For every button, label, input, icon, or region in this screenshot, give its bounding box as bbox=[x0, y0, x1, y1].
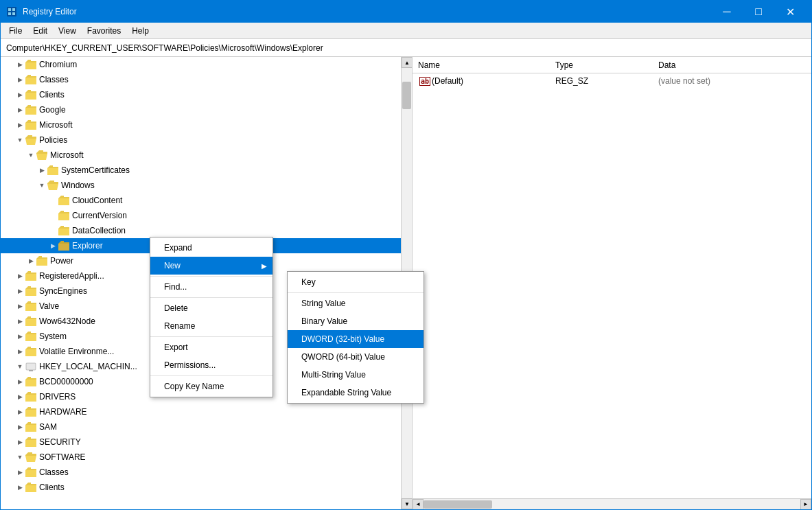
svg-marker-44 bbox=[25, 349, 36, 356]
tree-label-security: SECURITY bbox=[39, 437, 81, 447]
folder-icon bbox=[58, 226, 69, 235]
svg-marker-52 bbox=[25, 410, 36, 417]
context-menu: Expand New ▶ Find... Delete Rename Expor… bbox=[150, 237, 273, 397]
toggle-volatile-environments: ▶ bbox=[14, 346, 25, 357]
hscrollbar[interactable]: ◄ ► bbox=[413, 498, 811, 509]
submenu-item-binary-value[interactable]: Binary Value bbox=[288, 312, 424, 330]
tree-item-classes-hklm[interactable]: ▶ Classes bbox=[1, 465, 412, 480]
toggle-system: ▶ bbox=[14, 331, 25, 342]
svg-marker-28 bbox=[58, 229, 69, 235]
ctx-item-permissions[interactable]: Permissions... bbox=[150, 356, 272, 374]
toggle-systemcertificates: ▶ bbox=[36, 165, 47, 176]
window-title: Registry Editor bbox=[23, 7, 711, 16]
tree-label-power: Power bbox=[50, 256, 73, 266]
folder-icon bbox=[58, 211, 69, 220]
submenu-item-string-value[interactable]: String Value bbox=[288, 294, 424, 312]
menu-edit[interactable]: Edit bbox=[27, 23, 53, 38]
submenu-item-qword-value[interactable]: QWORD (64-bit) Value bbox=[288, 348, 424, 366]
toggle-policies: ▼ bbox=[14, 135, 25, 146]
toggle-valve: ▶ bbox=[14, 301, 25, 312]
menu-help[interactable]: Help bbox=[126, 23, 154, 38]
toggle-google: ▶ bbox=[14, 104, 25, 115]
ctx-separator-1 bbox=[150, 276, 272, 277]
tree-item-chromium[interactable]: ▶ Chromium bbox=[1, 57, 412, 72]
close-button[interactable]: ✕ bbox=[774, 1, 806, 23]
toggle-microsoft-policies: ▼ bbox=[25, 150, 36, 161]
scroll-thumb[interactable] bbox=[402, 82, 411, 109]
window-controls: ─ □ ✕ bbox=[711, 1, 806, 23]
svg-rect-45 bbox=[26, 363, 36, 370]
tree-label-hkey-local-machine: HKEY_LOCAL_MACHIN... bbox=[39, 362, 137, 371]
folder-icon bbox=[25, 271, 36, 281]
scroll-down-btn[interactable]: ▼ bbox=[402, 498, 413, 509]
svg-marker-8 bbox=[25, 78, 36, 84]
ctx-item-copy-key-name[interactable]: Copy Key Name bbox=[150, 378, 272, 395]
ctx-item-rename[interactable]: Rename bbox=[150, 317, 272, 335]
tree-item-clients[interactable]: ▶ Clients bbox=[1, 87, 412, 102]
tree-item-microsoft-policies[interactable]: ▼ Microsoft bbox=[1, 148, 412, 163]
folder-open-icon bbox=[36, 150, 47, 160]
ctx-item-expand[interactable]: Expand bbox=[150, 239, 272, 257]
svg-marker-36 bbox=[25, 289, 36, 296]
folder-icon bbox=[25, 286, 36, 296]
svg-marker-20 bbox=[47, 168, 58, 175]
ctx-item-delete[interactable]: Delete bbox=[150, 299, 272, 317]
tree-item-sam[interactable]: ▶ SAM bbox=[1, 419, 412, 434]
reg-row-default[interactable]: ab (Default) REG_SZ (value not set) bbox=[413, 73, 811, 89]
svg-marker-17 bbox=[36, 150, 47, 154]
tree-item-policies[interactable]: ▼ Policies bbox=[1, 132, 412, 148]
hscroll-thumb[interactable] bbox=[424, 500, 492, 509]
submenu-item-multi-string[interactable]: Multi-String Value bbox=[288, 366, 424, 384]
submenu-item-expandable-string[interactable]: Expandable String Value bbox=[288, 384, 424, 402]
tree-item-windows[interactable]: ▼ Windows bbox=[1, 178, 412, 193]
ctx-arrow-new: ▶ bbox=[262, 262, 267, 270]
menu-file[interactable]: File bbox=[3, 23, 27, 38]
folder-icon bbox=[25, 407, 36, 417]
scroll-up-btn[interactable]: ▲ bbox=[402, 57, 413, 68]
hscroll-left-btn[interactable]: ◄ bbox=[413, 499, 424, 510]
tree-item-currentversion[interactable]: ▶ CurrentVersion bbox=[1, 208, 412, 223]
tree-label-registeredapplications: RegisteredAppli... bbox=[39, 271, 104, 281]
tree-item-clients-hklm[interactable]: ▶ Clients bbox=[1, 480, 412, 495]
menu-view[interactable]: View bbox=[53, 23, 82, 38]
ctx-item-new[interactable]: New ▶ bbox=[150, 257, 272, 275]
svg-rect-2 bbox=[12, 8, 15, 11]
tree-label-volatile-environments: Volatile Environme... bbox=[39, 347, 114, 356]
folder-open-icon bbox=[47, 181, 58, 190]
ctx-item-find[interactable]: Find... bbox=[150, 278, 272, 296]
submenu-item-dword-value[interactable]: DWORD (32-bit) Value bbox=[288, 330, 424, 348]
tree-label-systemcertificates: SystemCertificates bbox=[61, 165, 130, 175]
hscroll-right-btn[interactable]: ► bbox=[800, 499, 811, 510]
right-panel-content[interactable]: ab (Default) REG_SZ (value not set) bbox=[413, 73, 811, 498]
tree-item-classes[interactable]: ▶ Classes bbox=[1, 72, 412, 87]
toggle-security: ▶ bbox=[14, 437, 25, 448]
submenu-item-key[interactable]: Key bbox=[288, 273, 424, 291]
tree-item-systemcertificates[interactable]: ▶ SystemCertificates bbox=[1, 163, 412, 178]
minimize-button[interactable]: ─ bbox=[711, 1, 743, 23]
toggle-bcd: ▶ bbox=[14, 376, 25, 387]
tree-label-policies: Policies bbox=[39, 135, 67, 145]
tree-label-datacollection: DataCollection bbox=[72, 226, 126, 235]
svg-rect-3 bbox=[8, 12, 11, 15]
col-header-data: Data bbox=[658, 60, 806, 70]
svg-marker-54 bbox=[25, 425, 36, 432]
ab-icon: ab bbox=[418, 77, 432, 86]
col-header-type: Type bbox=[555, 60, 658, 70]
tree-item-google[interactable]: ▶ Google bbox=[1, 102, 412, 117]
ctx-item-export[interactable]: Export bbox=[150, 338, 272, 356]
maximize-button[interactable]: □ bbox=[743, 1, 774, 23]
tree-label-explorer: Explorer bbox=[72, 241, 103, 251]
folder-icon bbox=[25, 75, 36, 84]
tree-item-software[interactable]: ▼ SOFTWARE bbox=[1, 450, 412, 465]
tree-item-cloudcontent[interactable]: ▶ CloudContent bbox=[1, 193, 412, 208]
tree-label-wow6432node: Wow6432Node bbox=[39, 316, 95, 326]
tree-item-datacollection[interactable]: ▶ DataCollection bbox=[1, 223, 412, 238]
tree-item-security[interactable]: ▶ SECURITY bbox=[1, 434, 412, 450]
folder-icon bbox=[25, 105, 36, 115]
tree-item-hardware[interactable]: ▶ HARDWARE bbox=[1, 404, 412, 419]
col-header-name: Name bbox=[418, 60, 555, 70]
folder-icon bbox=[25, 483, 36, 492]
toggle-currentversion: ▶ bbox=[47, 210, 58, 221]
tree-item-microsoft-top[interactable]: ▶ Microsoft bbox=[1, 117, 412, 132]
menu-favorites[interactable]: Favorites bbox=[82, 23, 126, 38]
